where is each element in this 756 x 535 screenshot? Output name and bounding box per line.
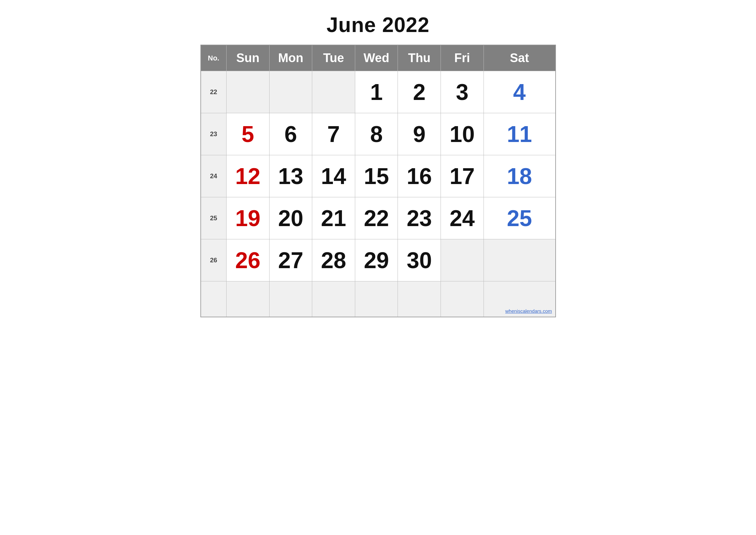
day-cell-empty	[441, 281, 484, 317]
day-cell: 5	[227, 113, 270, 155]
day-cell: 4	[483, 71, 555, 113]
day-cell: 29	[355, 239, 398, 281]
day-cell: 14	[312, 155, 355, 197]
day-cell: 25	[483, 197, 555, 239]
day-cell	[269, 71, 312, 113]
day-cell-empty	[227, 281, 270, 317]
day-cell: 12	[227, 155, 270, 197]
day-cell-empty	[269, 281, 312, 317]
header-thu: Thu	[398, 45, 441, 71]
day-cell: 6	[269, 113, 312, 155]
header-no: No.	[201, 45, 227, 71]
calendar-table: No. Sun Mon Tue Wed Thu Fri Sat 22123423…	[201, 44, 556, 317]
day-cell: 28	[312, 239, 355, 281]
day-cell: 17	[441, 155, 484, 197]
day-cell: 20	[269, 197, 312, 239]
week-row: 23567891011	[201, 113, 555, 155]
day-cell-empty	[355, 281, 398, 317]
header-row: No. Sun Mon Tue Wed Thu Fri Sat	[201, 45, 555, 71]
day-cell: 11	[483, 113, 555, 155]
week-number: 22	[201, 71, 227, 113]
day-cell: 18	[483, 155, 555, 197]
week-number: 26	[201, 239, 227, 281]
day-cell: 1	[355, 71, 398, 113]
week-number-empty	[201, 281, 227, 317]
day-cell: 3	[441, 71, 484, 113]
week-row: 2519202122232425	[201, 197, 555, 239]
day-cell: 22	[355, 197, 398, 239]
week-number: 24	[201, 155, 227, 197]
calendar-title: June 2022	[201, 13, 556, 37]
header-mon: Mon	[269, 45, 312, 71]
day-cell: 7	[312, 113, 355, 155]
credit-cell: wheniscalendars.com	[483, 281, 555, 317]
day-cell: 27	[269, 239, 312, 281]
day-cell: 16	[398, 155, 441, 197]
day-cell: 30	[398, 239, 441, 281]
day-cell: 19	[227, 197, 270, 239]
day-cell: 23	[398, 197, 441, 239]
day-cell: 15	[355, 155, 398, 197]
day-cell	[227, 71, 270, 113]
week-number: 23	[201, 113, 227, 155]
day-cell-empty	[398, 281, 441, 317]
header-sun: Sun	[227, 45, 270, 71]
day-cell: 21	[312, 197, 355, 239]
day-cell-empty	[312, 281, 355, 317]
day-cell: 24	[441, 197, 484, 239]
week-number: 25	[201, 197, 227, 239]
week-row: 262627282930	[201, 239, 555, 281]
header-fri: Fri	[441, 45, 484, 71]
day-cell: 9	[398, 113, 441, 155]
day-cell: 10	[441, 113, 484, 155]
week-row: 221234	[201, 71, 555, 113]
day-cell: 13	[269, 155, 312, 197]
calendar-wrapper: June 2022 No. Sun Mon Tue Wed Thu Fri Sa…	[201, 13, 556, 317]
week-row: 2412131415161718	[201, 155, 555, 197]
day-cell	[483, 239, 555, 281]
header-sat: Sat	[483, 45, 555, 71]
credit-link[interactable]: wheniscalendars.com	[505, 308, 552, 314]
day-cell: 26	[227, 239, 270, 281]
day-cell: 2	[398, 71, 441, 113]
header-tue: Tue	[312, 45, 355, 71]
last-row: wheniscalendars.com	[201, 281, 555, 317]
header-wed: Wed	[355, 45, 398, 71]
day-cell	[312, 71, 355, 113]
day-cell: 8	[355, 113, 398, 155]
day-cell	[441, 239, 484, 281]
